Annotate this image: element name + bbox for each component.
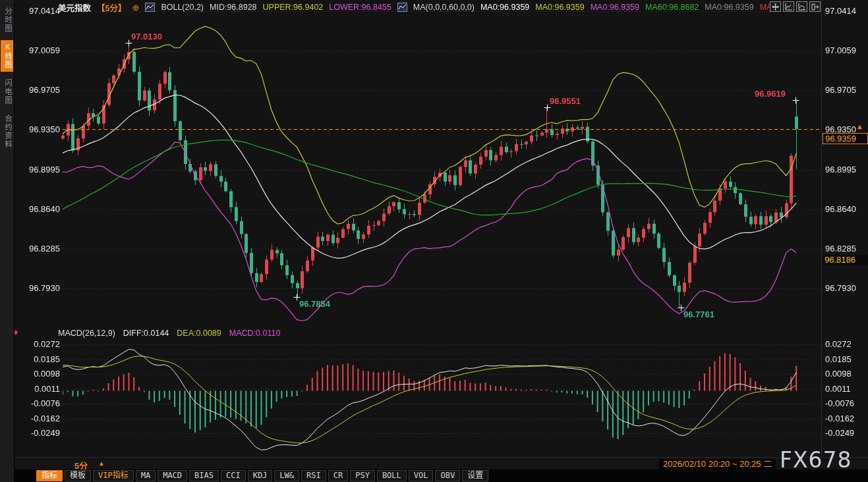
add-indicator-icon[interactable]: ⊕ — [132, 3, 139, 13]
price-up-arrow-icon: ▲ — [856, 122, 863, 130]
macd-value-2: MACD:0.0110 — [229, 329, 281, 338]
price-tick-left-4: 96.8995 — [14, 165, 60, 175]
indicator-value-4: MA(0,0,0,60,0,0) — [413, 3, 475, 12]
price-tick-left-7: 96.7930 — [14, 283, 60, 294]
price-tick-right-6: 96.8285 — [825, 244, 868, 254]
sidebar-tab-3[interactable]: 合约资料 — [1, 112, 13, 151]
indicator-value-8: MA60:96.8682 — [645, 3, 699, 12]
indicator-values: BOLL(20,2)MID:96.8928UPPER:96.9402LOWER:… — [145, 3, 776, 12]
mini-chart-icon — [397, 3, 407, 12]
macd-values: DIFF:0.0144DEA:0.0089MACD:0.0110 — [123, 329, 281, 338]
toolbar-tab-BIAS[interactable]: BIAS — [189, 470, 219, 481]
macd-title: MACD(26,12,9) — [58, 329, 115, 338]
toolbar-tab-CR[interactable]: CR — [328, 470, 348, 481]
price-tick-right-2: 96.9705 — [825, 85, 868, 95]
macd-value-1: DEA:0.0089 — [177, 329, 221, 338]
sidebar-tab-0[interactable]: 分时图 — [1, 5, 13, 36]
toolbar-tab-VOL[interactable]: VOL — [409, 470, 434, 481]
pane-layout-left-button[interactable] — [783, 1, 794, 12]
swing-label-96.9551: 96.9551 — [550, 96, 581, 106]
macd-value-0: DIFF:0.0144 — [123, 329, 169, 338]
swing-label-96.7761: 96.7761 — [683, 309, 714, 319]
sidebar-tab-2[interactable]: 闪电图 — [1, 76, 13, 107]
price-tick-right-0: 97.0414 — [825, 6, 868, 16]
macd-tick-right-6: -0.0249 — [825, 428, 868, 439]
toolbar-tab-指标[interactable]: 指标 — [36, 470, 63, 481]
price-tick-left-2: 96.9705 — [14, 85, 60, 95]
macd-tick-left-1: 0.0185 — [14, 354, 60, 365]
price-tick-left-5: 96.8640 — [14, 204, 60, 215]
toolbar-tab-VIP指标[interactable]: VIP指标 — [93, 470, 134, 481]
price-tick-left-1: 97.0059 — [14, 45, 60, 56]
bottom-toolbar: 指标模板VIP指标MAMACDBIASCCIKDJLW&RSICRPSYBOLL… — [14, 469, 868, 482]
indicator-value-3: LOWER:96.8455 — [329, 3, 391, 12]
indicator-value-0: BOLL(20,2) — [161, 3, 204, 12]
sidebar-tab-1[interactable]: K线图 — [1, 40, 13, 72]
macd-tick-left-5: -0.0162 — [14, 414, 60, 424]
settle-price-badge: 96.8186 — [823, 255, 868, 265]
macd-tick-right-2: 0.0098 — [825, 369, 868, 379]
price-tick-right-4: 96.8995 — [825, 165, 868, 175]
exit-fullscreen-button[interactable] — [809, 1, 821, 12]
toolbar-tab-OBV[interactable]: OBV — [435, 470, 460, 481]
indicator-value-9: MA0:96.9359 — [705, 3, 753, 12]
macd-tick-right-3: 0.0011 — [825, 384, 868, 394]
macd-tick-right-5: -0.0162 — [825, 414, 868, 424]
mini-chart-icon — [145, 3, 155, 12]
indicator-value-2: UPPER:96.9402 — [263, 3, 324, 12]
pane-layout-right-button[interactable] — [796, 1, 807, 12]
last-price-badge: 96.9359 — [823, 133, 868, 144]
indicator-value-6: MA0:96.9359 — [535, 3, 584, 12]
swing-label-96.9619: 96.9619 — [755, 89, 786, 99]
macd-tick-left-6: -0.0249 — [14, 428, 60, 439]
macd-tick-right-1: 0.0185 — [825, 354, 868, 365]
macd-header: MACD(26,12,9) DIFF:0.0144DEA:0.0089MACD:… — [58, 329, 280, 338]
macd-tick-left-4: -0.0076 — [14, 398, 60, 409]
pan-mode-button[interactable] — [770, 1, 781, 12]
toolbar-tab-模板[interactable]: 模板 — [65, 470, 91, 481]
macd-tick-left-2: 0.0098 — [14, 369, 60, 379]
swing-label-96.7854: 96.7854 — [299, 299, 330, 309]
toolbar-tab-设置[interactable]: 设置 — [462, 470, 488, 481]
price-tick-left-0: 97.0414 — [14, 6, 60, 16]
timeframe-arrow-icon[interactable]: ▲ — [98, 460, 105, 467]
header-buttons — [770, 1, 821, 12]
toolbar-tab-RSI[interactable]: RSI — [301, 470, 326, 481]
indicator-value-7: MA0:96.9359 — [591, 3, 639, 12]
axis-separator — [821, 0, 822, 457]
swing-label-97.0130: 97.0130 — [131, 32, 162, 41]
toolbar-tab-MA[interactable]: MA — [136, 470, 156, 481]
macd-tick-right-4: -0.0076 — [825, 398, 868, 409]
price-tick-left-6: 96.8285 — [14, 244, 60, 254]
macd-tick-left-0: 0.0272 — [14, 339, 60, 350]
toolbar-tab-PSY[interactable]: PSY — [350, 470, 375, 481]
trading-app-window: 分时图K线图闪电图合约资料 美元指数 【5分】 ⊕ BOLL(20,2)MID:… — [0, 0, 868, 482]
macd-tick-left-3: 0.0011 — [14, 384, 60, 394]
period-label: 【5分】 — [97, 1, 126, 14]
toolbar-tab-MACD[interactable]: MACD — [158, 470, 187, 481]
price-tick-right-1: 97.0059 — [825, 45, 868, 56]
toolbar-tab-KDJ[interactable]: KDJ — [248, 470, 273, 481]
indicator-value-1: MID:96.8928 — [210, 3, 257, 12]
toolbar-tab-LW&[interactable]: LW& — [274, 470, 299, 481]
macd-tick-right-0: 0.0272 — [825, 339, 868, 350]
candlestick-chart-canvas[interactable] — [0, 0, 868, 482]
chart-header: 美元指数 【5分】 ⊕ BOLL(20,2)MID:96.8928UPPER:9… — [58, 1, 776, 13]
toolbar-tab-BOLL[interactable]: BOLL — [377, 470, 407, 481]
left-sidebar: 分时图K线图闪电图合约资料 — [0, 0, 14, 482]
indicator-value-5: MA0:96.9359 — [480, 3, 529, 12]
time-range-badge: 2026/02/10 20:20 ~ 20:25 二 — [659, 459, 776, 469]
price-tick-right-7: 96.7930 — [825, 283, 868, 294]
price-tick-left-3: 96.9350 — [14, 124, 60, 135]
price-tick-right-5: 96.8640 — [825, 204, 868, 215]
toolbar-tab-CCI[interactable]: CCI — [221, 470, 246, 481]
symbol-name: 美元指数 — [58, 1, 91, 14]
